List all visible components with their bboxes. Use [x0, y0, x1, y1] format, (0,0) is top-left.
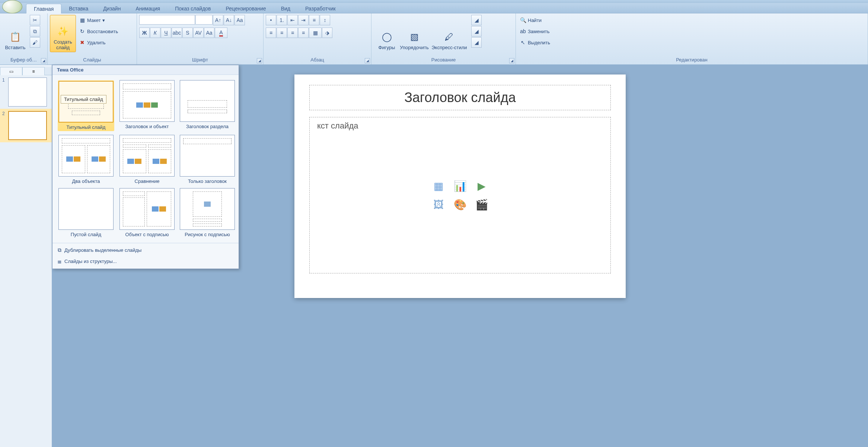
reset-icon: ↻	[79, 28, 86, 35]
layout-section-header[interactable]: Заголовок раздела	[180, 80, 235, 131]
insert-smartart-icon[interactable]: ▶	[472, 178, 491, 194]
replace-button[interactable]: abЗаменить	[518, 26, 552, 37]
char-spacing-button[interactable]: AV	[193, 28, 204, 38]
layout-two-content[interactable]: Два объекта	[58, 135, 114, 184]
paragraph-group-label: Абзац	[266, 56, 369, 64]
slide-thumb-2[interactable]: 2	[0, 109, 52, 142]
slide-body-placeholder[interactable]: кст слайда ▦ 📊 ▶ 🖼 🎨 🎬	[309, 117, 611, 273]
duplicate-icon: ⧉	[56, 247, 63, 254]
arrange-button[interactable]: ▧Упорядочить	[401, 15, 427, 52]
cut-button[interactable]: ✂	[30, 15, 40, 25]
italic-button[interactable]: К	[150, 28, 160, 38]
layout-title-only[interactable]: Только заголовок	[180, 135, 235, 184]
layout-blank[interactable]: Пустой слайд	[58, 188, 114, 238]
shapes-icon: ◯	[380, 30, 393, 44]
drawing-group-label: Рисование	[374, 56, 513, 64]
align-left-button[interactable]: ≡	[266, 28, 276, 38]
insert-table-icon[interactable]: ▦	[429, 178, 448, 194]
align-right-button[interactable]: ≡	[287, 28, 298, 38]
increase-indent-button[interactable]: ⇥	[298, 15, 309, 25]
outline-tab[interactable]: ≡	[22, 67, 45, 75]
bullets-button[interactable]: •	[266, 15, 276, 25]
reset-button[interactable]: ↻Восстановить	[77, 26, 119, 37]
tab-view[interactable]: Вид	[274, 4, 298, 13]
new-slide-button[interactable]: ✨ Создать слайд	[50, 15, 76, 52]
shape-outline-button[interactable]: ◢	[471, 26, 482, 37]
format-painter-button[interactable]: 🖌	[30, 37, 40, 48]
slides-tab[interactable]: ▭	[0, 67, 22, 75]
duplicate-slides-menuitem[interactable]: ⧉ Дублировать выделенные слайды	[52, 245, 239, 256]
decrease-indent-button[interactable]: ⇤	[287, 15, 298, 25]
arrange-icon: ▧	[408, 30, 421, 44]
tab-insert[interactable]: Вставка	[61, 4, 96, 13]
bold-button[interactable]: Ж	[139, 28, 150, 38]
paragraph-dialog-launcher[interactable]: ◢	[365, 58, 370, 63]
clear-formatting-button[interactable]: Aa	[234, 15, 245, 25]
underline-button[interactable]: Ч	[161, 28, 171, 38]
quick-styles-button[interactable]: 🖊Экспресс-стили	[429, 15, 470, 52]
columns-button[interactable]: ▦	[309, 28, 322, 38]
layout-icon: ▦	[79, 17, 86, 23]
font-group-label: Шрифт	[139, 56, 261, 64]
editing-group-label: Редактирован	[518, 56, 865, 64]
tab-home[interactable]: Главная	[26, 4, 61, 13]
layout-picture-caption[interactable]: Рисунок с подписью	[180, 188, 235, 238]
grow-font-button[interactable]: A↑	[213, 15, 223, 25]
binoculars-icon: 🔍	[520, 17, 526, 23]
align-center-button[interactable]: ≡	[277, 28, 287, 38]
font-family-combo[interactable]	[139, 15, 195, 25]
shrink-font-button[interactable]: A↓	[224, 15, 234, 25]
insert-clipart-icon[interactable]: 🎨	[451, 197, 469, 212]
insert-media-icon[interactable]: 🎬	[472, 197, 491, 212]
new-slide-icon: ✨	[56, 25, 70, 38]
shape-effects-button[interactable]: ◢	[471, 37, 482, 48]
slide-title-placeholder[interactable]: Заголовок слайда	[309, 85, 611, 110]
find-button[interactable]: 🔍Найти	[518, 15, 552, 25]
drawing-dialog-launcher[interactable]: ◢	[509, 58, 514, 63]
line-spacing-button[interactable]: ≡	[309, 15, 319, 25]
slide-thumb-1[interactable]: 1	[0, 75, 52, 109]
tab-animation[interactable]: Анимация	[128, 4, 167, 13]
clipboard-icon: 📋	[9, 30, 22, 44]
current-slide[interactable]: Заголовок слайда кст слайда ▦ 📊 ▶ 🖼 🎨 🎬	[294, 74, 626, 298]
shadow-button[interactable]: S	[182, 28, 193, 38]
select-button[interactable]: ↖Выделить	[518, 37, 552, 48]
shape-fill-button[interactable]: ◢	[471, 15, 482, 25]
change-case-button[interactable]: Aa	[204, 28, 214, 38]
insert-picture-icon[interactable]: 🖼	[429, 197, 448, 212]
slides-from-outline-menuitem[interactable]: ≣ Слайды из структуры...	[52, 256, 239, 267]
content-placeholder-icons: ▦ 📊 ▶ 🖼 🎨 🎬	[429, 178, 491, 212]
font-dialog-launcher[interactable]: ◢	[257, 58, 262, 63]
layout-tooltip: Титульный слайд	[61, 95, 106, 104]
paste-label: Вставить	[5, 45, 25, 50]
paste-button[interactable]: 📋 Вставить	[2, 15, 28, 52]
numbering-button[interactable]: 1.	[277, 15, 287, 25]
tab-design[interactable]: Дизайн	[96, 4, 128, 13]
layout-button[interactable]: ▦Макет ▾	[77, 15, 119, 25]
layout-title-slide[interactable]: Титульный слайд Титульный слайд	[58, 80, 114, 131]
layout-theme-header: Тема Office	[52, 65, 239, 75]
chevron-down-icon: ▾	[102, 18, 105, 23]
font-color-button[interactable]: A	[215, 28, 227, 38]
slide-thumbnail-panel: ▭ ≡ 1 2	[0, 65, 52, 447]
convert-smartart-button[interactable]: ⬗	[322, 28, 332, 38]
tab-review[interactable]: Рецензирование	[218, 4, 274, 13]
text-direction-button[interactable]: ↕	[320, 15, 330, 25]
insert-chart-icon[interactable]: 📊	[451, 178, 469, 194]
delete-slide-button[interactable]: ✖Удалить	[77, 37, 119, 48]
strikethrough-button[interactable]: abc	[172, 28, 182, 38]
office-button[interactable]	[2, 0, 22, 13]
clipboard-dialog-launcher[interactable]: ◢	[41, 58, 46, 63]
layout-title-content[interactable]: Заголовок и объект	[119, 80, 175, 131]
tab-slideshow[interactable]: Показ слайдов	[167, 4, 218, 13]
font-size-combo[interactable]	[195, 15, 213, 25]
tab-developer[interactable]: Разработчик	[298, 4, 343, 13]
layout-content-caption[interactable]: Объект с подписью	[119, 188, 175, 238]
layout-comparison[interactable]: Сравнение	[119, 135, 175, 184]
justify-button[interactable]: ≡	[298, 28, 309, 38]
slides-group-label: Слайды	[50, 56, 134, 64]
new-slide-label: Создать слайд	[54, 39, 72, 50]
copy-button[interactable]: ⧉	[30, 26, 40, 37]
shapes-button[interactable]: ◯Фигуры	[374, 15, 400, 52]
new-slide-layout-popup: Тема Office Титульный слайд Титульный сл…	[52, 65, 239, 269]
